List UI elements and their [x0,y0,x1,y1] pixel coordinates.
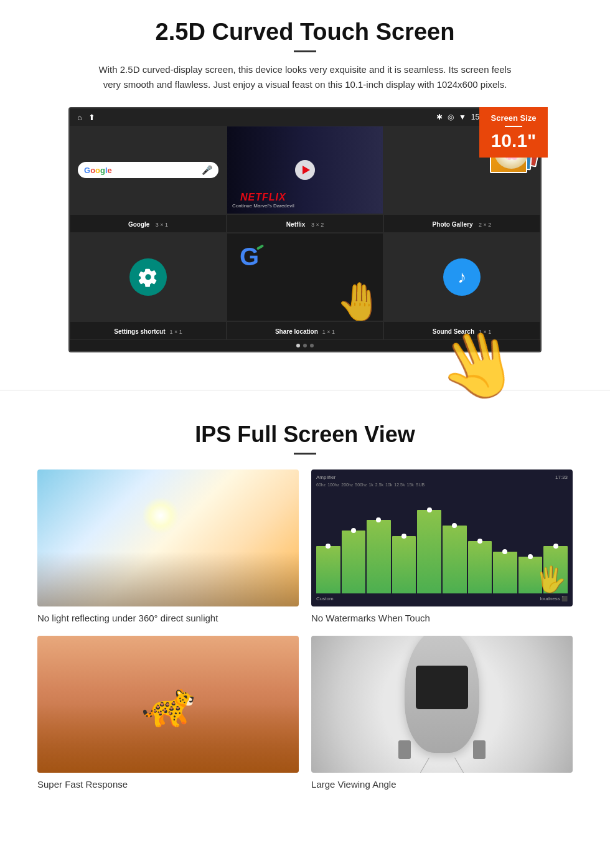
amp-slider-3 [376,517,381,522]
app-label-row-top: Google 3 × 1 Netflix 3 × 2 Photo Gallery… [70,214,540,233]
car-body [405,636,479,753]
amp-bars [316,489,568,593]
netflix-app-cell[interactable]: NETFLIX Continue Marvel's Daredevil [227,126,383,214]
play-button[interactable] [295,160,315,180]
share-app-dim: 1 × 1 [321,329,335,335]
settings-app-dim: 1 × 1 [168,329,182,335]
share-thumbnail: G 🤚 [227,234,383,321]
amplifier-image: Amplifier 17:33 60hz100hz200hz500hz1k2.5… [311,469,573,606]
gallery-app-dim: 2 × 2 [476,222,491,228]
google-thumbnail: Google 🎤 [70,126,226,214]
app-grid-bottom: G 🤚 ♪ [70,233,540,321]
netflix-thumbnail: NETFLIX Continue Marvel's Daredevil [227,126,383,214]
car-visual [311,636,573,773]
car-angle-lines [405,756,479,773]
amp-bar-7 [468,541,492,593]
amp-slider-1 [326,544,331,549]
amp-loudness-label: loudness ⬛ [540,596,568,601]
share-app-label: Share location [275,328,318,335]
sound-icon-circle: ♪ [443,258,481,296]
feature-sunlight: No light reflecting under 360° direct su… [37,469,299,623]
location-icon: ◎ [448,113,454,121]
sun-glow [142,497,179,534]
gallery-app-label: Photo Gallery [433,221,473,228]
share-label-cell: Share location 1 × 1 [227,321,383,340]
amp-bar-2 [342,531,366,593]
amp-slider-2 [351,528,356,533]
android-screen: ⌂ ⬆ ✱ ◎ ▼ 15:06 ⊡ ♦ ⊠ ▭ [68,107,542,352]
amp-bar-8 [493,552,517,593]
home-icon: ⌂ [77,113,82,122]
google-search-bar[interactable]: Google 🎤 [78,162,218,178]
ips-divider [294,453,316,455]
google-app-dim: 3 × 1 [152,222,168,228]
section1-description: With 2.5D curved-display screen, this de… [93,62,517,92]
google-app-label: Google [128,221,149,228]
screen-size-badge: Screen Size 10.1" [479,107,548,158]
amp-bar-3 [367,520,391,593]
amp-freq-labels: 60hz100hz200hz500hz1k2.5k10k12.5k15kSUB [316,483,568,487]
amp-header: Amplifier 17:33 [316,474,568,480]
amplifier-visual: Amplifier 17:33 60hz100hz200hz500hz1k2.5… [311,469,573,606]
amp-slider-7 [477,539,482,544]
gear-icon [138,267,158,287]
netflix-app-label: Netflix [286,221,306,228]
hand-pointing-icon: 🤚 [336,283,383,321]
section2-title: IPS Full Screen View [37,422,573,448]
features-grid: No light reflecting under 360° direct su… [37,469,573,790]
cheetah-icon: 🐆 [141,679,195,730]
microphone-icon: 🎤 [202,165,212,175]
sunlight-label: No light reflecting under 360° direct su… [37,613,299,623]
signal-icon: ▼ [459,113,466,121]
angle-line-right [454,757,467,773]
cheetah-image: 🐆 [37,636,299,773]
play-triangle-icon [303,166,310,174]
app-grid-top: Google 🎤 [70,126,540,214]
screen-container: Screen Size 10.1" ⌂ ⬆ ✱ ◎ ▼ 15:06 ⊡ ♦ ⊠ [68,107,542,352]
netflix-label: NETFLIX Continue Marvel's Daredevil [232,192,294,209]
dot-1 [296,344,300,347]
status-bar: ⌂ ⬆ ✱ ◎ ▼ 15:06 ⊡ ♦ ⊠ ▭ [70,108,540,126]
feature-car: Large Viewing Angle [311,636,573,790]
settings-label-cell: Settings shortcut 1 × 1 [70,321,227,340]
google-label-cell: Google 3 × 1 [70,214,227,233]
angle-line-left [416,757,429,773]
amp-slider-10 [553,544,558,549]
sunlight-visual [37,469,299,606]
sunlight-image [37,469,299,606]
music-note-icon: ♪ [458,267,466,287]
amp-slider-5 [427,507,432,512]
netflix-app-dim: 3 × 2 [308,222,324,228]
sound-thumbnail: ♪ [384,234,540,321]
amp-bar-6 [443,526,467,593]
hand-touch-icon: 🖐 [535,565,566,594]
badge-size: 10.1" [484,130,543,151]
bluetooth-icon: ✱ [436,113,443,121]
google-logo: Google [84,166,112,175]
amp-bar-4 [392,536,416,593]
amp-time: 17:33 [555,474,568,480]
settings-icon-circle [129,258,167,296]
gallery-label-cell: Photo Gallery 2 × 2 [383,214,540,233]
badge-label: Screen Size [484,113,543,123]
badge-divider [505,126,522,127]
car-wheel-bl [398,740,411,759]
amp-slider-9 [528,554,533,559]
car-image [311,636,573,773]
amp-title: Amplifier [316,474,336,480]
ground-gradient [37,552,299,606]
car-label: Large Viewing Angle [311,779,573,790]
feature-amplifier: Amplifier 17:33 60hz100hz200hz500hz1k2.5… [311,469,573,623]
cheetah-label: Super Fast Response [37,779,299,790]
feature-cheetah: 🐆 Super Fast Response [37,636,299,790]
google-app-cell[interactable]: Google 🎤 [70,126,227,214]
share-app-cell[interactable]: G 🤚 [227,233,383,321]
car-window [416,666,468,709]
amp-bar-5 [417,510,441,593]
section1-title: 2.5D Curved Touch Screen [37,19,573,45]
amplifier-label: No Watermarks When Touch [311,613,573,623]
sound-app-cell[interactable]: ♪ [383,233,540,321]
settings-app-cell[interactable] [70,233,227,321]
cheetah-visual: 🐆 [37,636,299,773]
amp-slider-6 [452,523,457,528]
